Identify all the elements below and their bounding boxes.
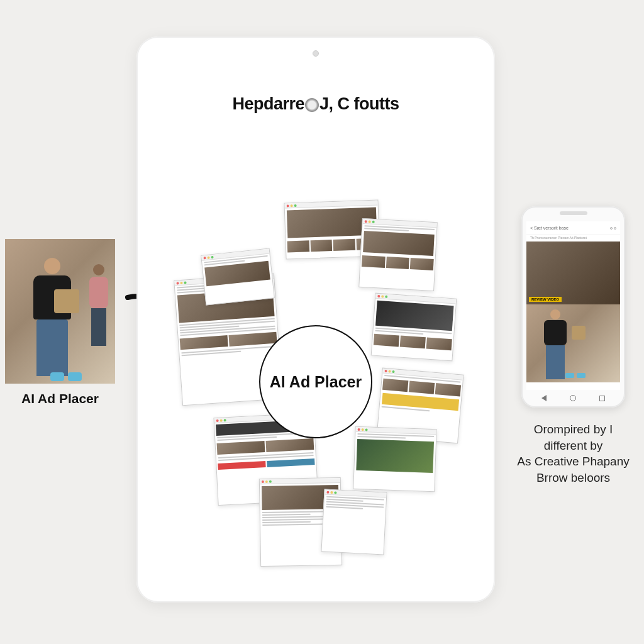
tablet-camera-icon [313, 50, 319, 57]
tablet-device: HepdarreJ, C foutts [136, 36, 495, 602]
center-placer-label: AI Ad Placer [270, 373, 362, 391]
tablet-heading-part1: Hepdarre [232, 94, 304, 113]
phone-caption-line: different by [515, 438, 631, 454]
phone-article-image-1: REVIEW VIDEO [526, 242, 620, 304]
nav-home-icon [570, 395, 576, 401]
phone-device: < Sæt versorit base Th Promenomenen Pier… [521, 206, 625, 408]
phone-caption-line: Orompired by I [515, 421, 631, 438]
center-placer-circle: AI Ad Placer [259, 325, 372, 438]
phone-header-actions-icon [610, 227, 616, 230]
nav-back-icon [541, 395, 547, 401]
phone-caption-line: As Creative Phapany [515, 453, 631, 470]
webpage-collage: AI Ad Placer [178, 201, 453, 548]
heading-badge-icon [305, 98, 319, 112]
source-creative-image [5, 239, 115, 384]
phone-screen: < Sæt versorit base Th Promenomenen Pier… [526, 221, 620, 390]
phone-caption: Orompired by I different by As Creative … [515, 421, 631, 486]
phone-article-image-2 [526, 304, 620, 382]
tablet-heading-part2: J, C foutts [319, 94, 399, 113]
phone-speaker-icon [560, 211, 587, 215]
phone-subheader: Th Promenomenen Pieroen Att Placteret [526, 235, 620, 242]
phone-navbar [530, 392, 616, 404]
phone-caption-line: Brrow beloors [515, 470, 631, 486]
nav-recent-icon [599, 396, 605, 401]
phone-app-header: < Sæt versorit base [526, 221, 620, 235]
tablet-screen: HepdarreJ, C foutts [153, 69, 479, 580]
source-creative-block: AI Ad Placer [5, 239, 115, 406]
source-creative-label: AI Ad Placer [5, 391, 115, 406]
tablet-heading: HepdarreJ, C foutts [153, 94, 479, 114]
phone-header-text: < Sæt versorit base [530, 226, 569, 230]
phone-banner-tag: REVIEW VIDEO [529, 297, 562, 302]
